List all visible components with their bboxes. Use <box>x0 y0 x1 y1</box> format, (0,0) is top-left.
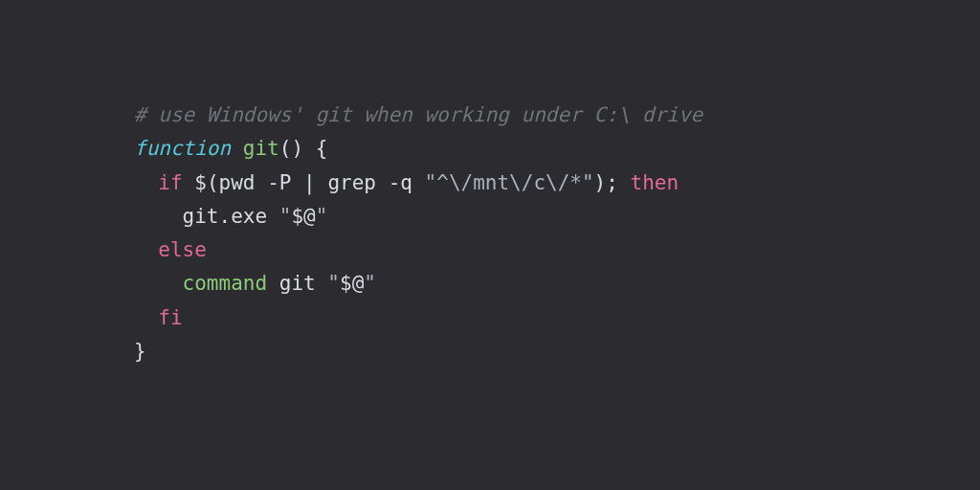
comment-line: # use Windows' git when working under C:… <box>134 103 702 126</box>
function-name: git <box>243 137 279 160</box>
cmd-gitexe: git.exe <box>183 205 268 228</box>
keyword-function: function <box>134 137 231 160</box>
keyword-else: else <box>158 238 207 261</box>
builtin-command: command <box>183 272 268 295</box>
keyword-fi: fi <box>158 306 182 329</box>
indent <box>134 205 183 228</box>
spacer <box>255 171 267 194</box>
spacer <box>376 171 389 194</box>
cmd-subst-open: $( <box>194 171 218 194</box>
close-brace: } <box>134 340 146 363</box>
parens: () <box>279 137 303 160</box>
indent <box>134 306 158 329</box>
var-args: $@ <box>340 272 364 295</box>
quote-close: " <box>364 272 376 295</box>
spacer <box>316 272 328 295</box>
spacer <box>267 272 279 295</box>
spacer <box>267 205 279 228</box>
code-block: # use Windows' git when working under C:… <box>0 0 980 368</box>
keyword-then: then <box>631 171 679 194</box>
indent <box>134 238 158 261</box>
indent <box>134 171 158 194</box>
var-args: $@ <box>291 205 315 228</box>
open-brace: { <box>303 137 327 160</box>
spacer <box>618 171 631 194</box>
indent <box>134 272 183 295</box>
spacer <box>412 171 425 194</box>
flag-q: -q <box>389 171 412 194</box>
regex-string: "^\/mnt\/c\/*" <box>425 171 594 194</box>
cmd-grep: grep <box>327 171 376 194</box>
semicolon: ; <box>606 171 618 194</box>
quote-close: " <box>316 205 328 228</box>
spacer <box>316 171 328 194</box>
cmd-subst-close: ) <box>594 171 607 194</box>
spacer <box>183 171 195 194</box>
pipe: | <box>303 171 316 194</box>
flag-p: -P <box>267 171 291 194</box>
quote-open: " <box>327 272 340 295</box>
keyword-if: if <box>158 171 182 194</box>
cmd-git: git <box>279 272 316 295</box>
spacer <box>291 171 303 194</box>
cmd-pwd: pwd <box>219 171 256 194</box>
quote-open: " <box>279 205 292 228</box>
